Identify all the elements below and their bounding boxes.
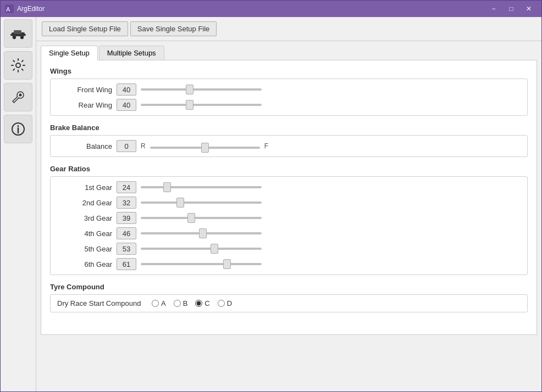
close-button[interactable]: ✕ — [521, 3, 537, 14]
rear-wing-row: Rear Wing — [57, 99, 521, 111]
front-wing-slider[interactable] — [141, 88, 262, 91]
title-bar: A ArgEditor − □ ✕ — [1, 1, 541, 17]
gear-2-value[interactable] — [117, 197, 136, 209]
load-setup-button[interactable]: Load Single Setup File — [42, 21, 128, 36]
rear-wing-slider[interactable] — [141, 104, 262, 106]
tab-content: Wings Front Wing Rear Wing — [41, 60, 537, 335]
gear-ratios-box: 1st Gear 2nd Gear 3rd Gear 4th Gear — [50, 176, 528, 275]
gear-5-value[interactable] — [117, 243, 136, 255]
gear-2-slider-container — [141, 201, 262, 204]
gear-6-label: 6th Gear — [57, 260, 112, 268]
gear-3-row: 3rd Gear — [57, 212, 521, 224]
tab-multiple-setups[interactable]: Multiple Setups — [99, 46, 164, 60]
gear-6-row: 6th Gear — [57, 258, 521, 270]
radio-compound-D[interactable]: D — [218, 299, 232, 307]
radio-input-C[interactable] — [195, 300, 202, 307]
brake-slider[interactable] — [150, 147, 260, 149]
balance-label: Balance — [57, 142, 112, 150]
main-window: A ArgEditor − □ ✕ — [0, 0, 542, 392]
svg-rect-6 — [10, 34, 13, 36]
svg-rect-7 — [24, 34, 26, 36]
window-title: ArgEditor — [17, 5, 45, 13]
title-bar-controls: − □ ✕ — [485, 3, 537, 14]
gear-3-slider[interactable] — [141, 217, 262, 219]
gear-5-slider[interactable] — [141, 248, 262, 250]
dry-race-label: Dry Race Start Compound — [57, 299, 145, 307]
sidebar — [1, 17, 36, 391]
svg-point-12 — [18, 125, 19, 127]
radio-compound-A[interactable]: A — [152, 299, 166, 307]
tabs: Single Setup Multiple Setups — [41, 46, 537, 60]
rear-wing-label: Rear Wing — [57, 101, 112, 109]
svg-text:A: A — [6, 6, 10, 13]
radio-label-C: C — [204, 299, 209, 307]
gear-2-row: 2nd Gear — [57, 197, 521, 209]
tab-area: Single Setup Multiple Setups Wings Front… — [36, 41, 541, 391]
app-icon: A — [5, 4, 14, 13]
gear-2-label: 2nd Gear — [57, 199, 112, 207]
gear-4-label: 4th Gear — [57, 229, 112, 238]
sidebar-car-button[interactable] — [4, 19, 32, 48]
radio-input-A[interactable] — [152, 300, 159, 307]
svg-rect-3 — [14, 30, 21, 34]
gear-2-slider[interactable] — [141, 201, 262, 204]
tab-single-setup[interactable]: Single Setup — [41, 46, 98, 60]
gear-5-label: 5th Gear — [57, 245, 112, 253]
brake-slider-container — [150, 142, 260, 150]
gear-1-slider-container — [141, 186, 262, 188]
sidebar-wrench-button[interactable] — [4, 83, 32, 111]
radio-group: A B C D — [152, 299, 232, 307]
gear-5-row: 5th Gear — [57, 243, 521, 255]
radio-compound-C[interactable]: C — [195, 299, 209, 307]
wings-section: Wings Front Wing Rear Wing — [50, 67, 528, 116]
balance-value[interactable] — [117, 140, 136, 152]
gear-ratios-title: Gear Ratios — [50, 165, 528, 173]
sidebar-info-button[interactable] — [4, 115, 32, 143]
gear-6-slider-container — [141, 263, 262, 265]
svg-point-9 — [19, 94, 22, 97]
gear-6-value[interactable] — [117, 258, 136, 270]
gear-1-row: 1st Gear — [57, 181, 521, 193]
gear-3-value[interactable] — [117, 212, 136, 224]
main-area: Load Single Setup File Save Single Setup… — [1, 17, 541, 391]
gear-4-value[interactable] — [117, 227, 136, 239]
gear-1-value[interactable] — [117, 181, 136, 193]
gear-4-slider[interactable] — [141, 232, 262, 234]
svg-point-8 — [16, 63, 20, 68]
brake-balance-box: Balance R F — [50, 135, 528, 157]
tyre-compound-title: Tyre Compound — [50, 283, 528, 291]
gear-6-slider[interactable] — [141, 263, 262, 265]
radio-label-D: D — [227, 299, 232, 307]
save-setup-button[interactable]: Save Single Setup File — [130, 21, 217, 36]
content-area: Load Single Setup File Save Single Setup… — [36, 17, 541, 391]
gear-3-slider-container — [141, 217, 262, 219]
tyre-compound-box: Dry Race Start Compound A B C D — [50, 294, 528, 312]
toolbar: Load Single Setup File Save Single Setup… — [36, 17, 541, 41]
front-wing-value[interactable] — [117, 83, 136, 96]
wings-title: Wings — [50, 67, 528, 75]
gear-4-slider-container — [141, 232, 262, 234]
gear-1-label: 1st Gear — [57, 183, 112, 192]
front-wing-label: Front Wing — [57, 86, 112, 94]
brake-balance-section: Brake Balance Balance R F — [50, 124, 528, 157]
rear-wing-slider-container — [141, 104, 262, 106]
gear-1-slider[interactable] — [141, 186, 262, 188]
sidebar-settings-button[interactable] — [4, 51, 32, 80]
brake-balance-title: Brake Balance — [50, 124, 528, 132]
compound-row: Dry Race Start Compound A B C D — [57, 299, 521, 307]
title-bar-left: A ArgEditor — [5, 4, 45, 13]
minimize-button[interactable]: − — [485, 3, 502, 14]
tyre-compound-section: Tyre Compound Dry Race Start Compound A … — [50, 283, 528, 312]
radio-compound-B[interactable]: B — [174, 299, 188, 307]
maximize-button[interactable]: □ — [503, 3, 519, 14]
front-wing-slider-container — [141, 88, 262, 91]
radio-input-D[interactable] — [218, 300, 225, 307]
svg-point-5 — [20, 36, 24, 39]
radio-input-B[interactable] — [174, 300, 181, 307]
rear-wing-value[interactable] — [117, 99, 136, 111]
brake-f-label: F — [264, 142, 268, 150]
svg-point-4 — [13, 36, 16, 39]
gear-4-row: 4th Gear — [57, 227, 521, 239]
gear-ratios-section: Gear Ratios 1st Gear 2nd Gear 3rd Gear — [50, 165, 528, 275]
brake-r-label: R — [141, 142, 146, 150]
